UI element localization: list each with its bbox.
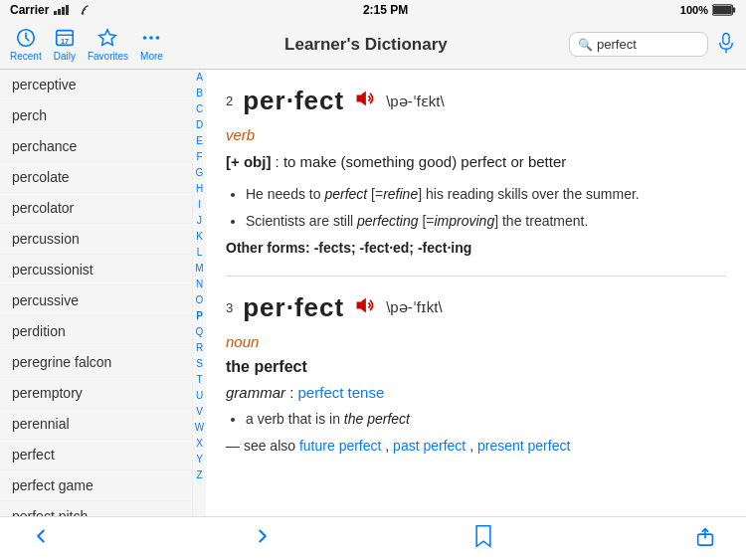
status-time: 2:15 PM bbox=[363, 3, 408, 17]
alpha-N[interactable]: N bbox=[193, 277, 206, 292]
svg-point-15 bbox=[156, 36, 160, 40]
sidebar-item-percolate[interactable]: percolate bbox=[0, 162, 192, 193]
alpha-X[interactable]: X bbox=[193, 436, 206, 452]
alpha-K[interactable]: K bbox=[193, 229, 206, 245]
nav-icons: Recent 17 Daily Favorites More bbox=[10, 27, 163, 62]
alpha-E[interactable]: E bbox=[193, 133, 206, 149]
alpha-W[interactable]: W bbox=[193, 420, 206, 436]
past-perfect-link[interactable]: past perfect bbox=[393, 438, 466, 454]
nav-bar: Recent 17 Daily Favorites More bbox=[0, 20, 746, 70]
sidebar-item-perchance[interactable]: perchance bbox=[0, 131, 192, 162]
entry-2-header: 2 per·fect \pə-ˈfɛkt\ bbox=[226, 86, 726, 116]
share-button[interactable] bbox=[694, 525, 716, 553]
perfect-tense-link[interactable]: perfect tense bbox=[298, 384, 385, 401]
sidebar-item-perceptive[interactable]: perceptive bbox=[0, 70, 192, 100]
alpha-H[interactable]: H bbox=[193, 181, 206, 197]
svg-text:17: 17 bbox=[61, 37, 69, 46]
alpha-L[interactable]: L bbox=[193, 245, 206, 261]
daily-icon: 17 bbox=[54, 27, 76, 49]
alpha-Z[interactable]: Z bbox=[193, 467, 206, 483]
sidebar-item-perch[interactable]: perch bbox=[0, 100, 192, 131]
app-title: Learner's Dictionary bbox=[284, 35, 448, 55]
svg-rect-6 bbox=[713, 6, 732, 15]
svg-marker-12 bbox=[99, 30, 116, 46]
sidebar-item-perfect-pitch[interactable]: perfect pitch bbox=[0, 501, 192, 516]
entry-2-audio-button[interactable] bbox=[354, 90, 376, 112]
recent-icon bbox=[15, 27, 37, 49]
sidebar-item-percussive[interactable]: percussive bbox=[0, 285, 192, 316]
alpha-P[interactable]: P bbox=[193, 308, 206, 324]
entry-3-example-1: a verb that is in the perfect bbox=[246, 409, 726, 430]
future-perfect-link[interactable]: future perfect bbox=[299, 438, 382, 454]
nav-recent[interactable]: Recent bbox=[10, 27, 42, 62]
speaker-icon-2 bbox=[354, 296, 376, 314]
alpha-M[interactable]: M bbox=[193, 261, 206, 277]
sidebar-item-perennial[interactable]: perennial bbox=[0, 409, 192, 440]
alpha-F[interactable]: F bbox=[193, 149, 206, 165]
svg-rect-0 bbox=[54, 11, 57, 15]
alpha-Q[interactable]: Q bbox=[193, 324, 206, 340]
entry-2-def-bracket: [+ obj] bbox=[226, 153, 271, 170]
alpha-S[interactable]: S bbox=[193, 356, 206, 372]
alpha-J[interactable]: J bbox=[193, 213, 206, 229]
alpha-V[interactable]: V bbox=[193, 404, 206, 420]
sidebar-item-percussion[interactable]: percussion bbox=[0, 224, 192, 255]
wifi-icon bbox=[75, 4, 91, 16]
alpha-C[interactable]: C bbox=[193, 101, 206, 117]
sidebar-item-peregrine-falcon[interactable]: peregrine falcon bbox=[0, 347, 192, 378]
search-input[interactable] bbox=[597, 37, 699, 52]
alpha-A[interactable]: A bbox=[193, 70, 206, 86]
entry-3-pos: noun bbox=[226, 333, 726, 350]
mic-button[interactable] bbox=[716, 32, 736, 57]
forward-button[interactable] bbox=[252, 525, 274, 553]
entry-3-pronunciation: \pə-ˈfɪkt\ bbox=[386, 298, 443, 316]
nav-more[interactable]: More bbox=[140, 27, 163, 62]
bookmark-button[interactable] bbox=[472, 524, 494, 554]
alpha-R[interactable]: R bbox=[193, 340, 206, 356]
svg-marker-20 bbox=[476, 525, 490, 546]
grammar-colon: : bbox=[289, 384, 297, 401]
entry-2-block: 2 per·fect \pə-ˈfɛkt\ verb [+ obj] : to … bbox=[226, 86, 726, 256]
alpha-U[interactable]: U bbox=[193, 388, 206, 404]
svg-point-13 bbox=[143, 36, 147, 40]
entry-2-example-2: Scientists are still perfecting [=improv… bbox=[246, 211, 726, 232]
alpha-B[interactable]: B bbox=[193, 86, 206, 101]
sidebar-item-perdition[interactable]: perdition bbox=[0, 316, 192, 347]
sidebar-item-perfect-game[interactable]: perfect game bbox=[0, 470, 192, 501]
alpha-Y[interactable]: Y bbox=[193, 452, 206, 467]
alpha-I[interactable]: I bbox=[193, 197, 206, 213]
sidebar-item-perfect[interactable]: perfect bbox=[0, 440, 192, 470]
main-area: perceptive perch perchance percolate per… bbox=[0, 70, 746, 516]
mic-icon bbox=[716, 32, 736, 54]
speaker-icon bbox=[354, 90, 376, 107]
sidebar-list: perceptive perch perchance percolate per… bbox=[0, 70, 192, 516]
entry-3-headword: the perfect bbox=[226, 358, 726, 376]
alpha-T[interactable]: T bbox=[193, 372, 206, 388]
present-perfect-link[interactable]: present perfect bbox=[477, 438, 570, 454]
sidebar-item-percolator[interactable]: percolator bbox=[0, 193, 192, 224]
status-left: Carrier bbox=[10, 3, 91, 17]
svg-rect-7 bbox=[733, 7, 736, 12]
alpha-G[interactable]: G bbox=[193, 165, 206, 181]
sidebar-item-peremptory[interactable]: peremptory bbox=[0, 378, 192, 409]
back-button[interactable] bbox=[30, 525, 52, 553]
entry-3-examples: a verb that is in the perfect bbox=[246, 409, 726, 430]
sidebar-item-percussionist[interactable]: percussionist bbox=[0, 255, 192, 285]
recent-label: Recent bbox=[10, 51, 42, 62]
entry-2-superscript: 2 bbox=[226, 93, 233, 108]
chevron-left-icon bbox=[30, 525, 52, 547]
favorites-icon bbox=[96, 27, 118, 49]
more-icon bbox=[140, 27, 162, 49]
content-pane: 2 per·fect \pə-ˈfɛkt\ verb [+ obj] : to … bbox=[206, 70, 746, 516]
nav-daily[interactable]: 17 Daily bbox=[54, 27, 76, 62]
alpha-D[interactable]: D bbox=[193, 117, 206, 133]
svg-point-4 bbox=[82, 12, 84, 14]
entry-3-header: 3 per·fect \pə-ˈfɪkt\ bbox=[226, 292, 726, 323]
nav-favorites[interactable]: Favorites bbox=[88, 27, 128, 62]
entry-2-other-forms: Other forms: -fects; -fect·ed; -fect·ing bbox=[226, 240, 726, 256]
search-box[interactable]: 🔍 bbox=[569, 32, 708, 57]
entry-3-audio-button[interactable] bbox=[354, 296, 376, 319]
entry-2-example-1: He needs to perfect [=refine] his readin… bbox=[246, 184, 726, 205]
alpha-O[interactable]: O bbox=[193, 292, 206, 308]
entry-3-grammar: grammar : perfect tense bbox=[226, 384, 726, 401]
